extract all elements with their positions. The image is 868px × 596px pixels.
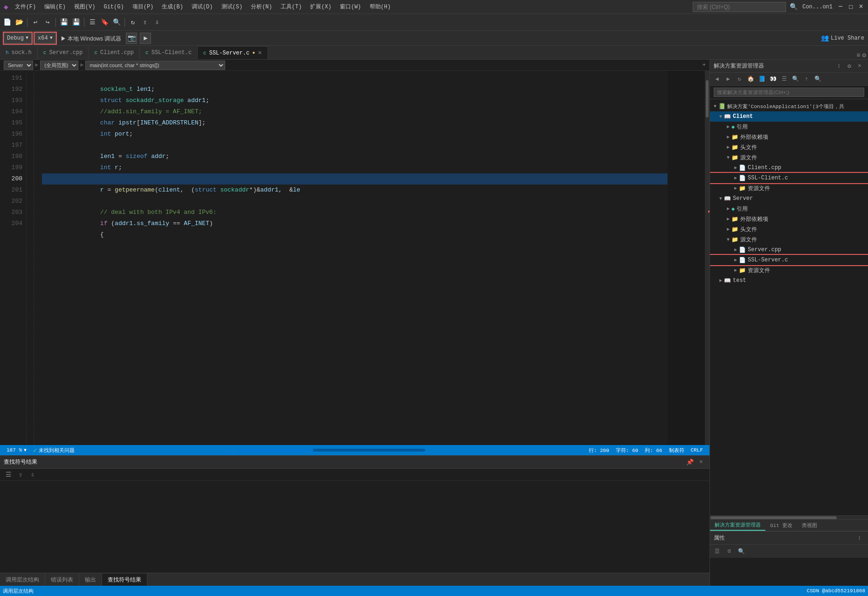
menu-debug[interactable]: 调试(D): [188, 1, 217, 13]
status-encoding[interactable]: CRLF: [688, 447, 706, 453]
status-line[interactable]: 行: 200: [586, 447, 612, 454]
bottom-tab-find-symbol[interactable]: 查找符号结果: [102, 574, 147, 586]
rt-btn-expand-all[interactable]: ☰: [779, 74, 789, 84]
tree-server-project[interactable]: ▼ 📖 Server: [710, 193, 868, 204]
bp-toolbar-btn3[interactable]: ⇩: [28, 470, 37, 480]
rt-btn-forward[interactable]: ▶: [723, 74, 733, 84]
rbt-tab-class[interactable]: 类视图: [797, 520, 822, 531]
debug-extra-btn1[interactable]: 📷: [126, 33, 137, 44]
tree-client-ext-deps[interactable]: ► 📁 外部依赖项: [710, 132, 868, 142]
status-char[interactable]: 字符: 60: [613, 447, 641, 454]
menu-help[interactable]: 帮助(H): [366, 1, 395, 13]
scope-all-selector[interactable]: (全局范围): [40, 61, 78, 70]
git-push-button[interactable]: ⇧: [140, 17, 150, 27]
menu-search-input[interactable]: [693, 2, 786, 12]
menu-project[interactable]: 项目(P): [129, 1, 158, 13]
right-search-input[interactable]: [714, 88, 864, 97]
menu-edit[interactable]: 编辑(E): [41, 1, 69, 13]
bottom-tab-call-hierarchy[interactable]: 调用层次结构: [0, 574, 45, 586]
code-content[interactable]: socklen_t len1; struct sockaddr_storage …: [34, 71, 668, 445]
status-problems[interactable]: ✓ 未找到相关问题: [30, 446, 77, 454]
bp-toolbar-btn2[interactable]: ⇧: [16, 470, 25, 480]
tab-overflow-icon[interactable]: ≡: [856, 52, 860, 59]
tab-server-cpp[interactable]: c Server.cpp: [38, 46, 89, 59]
debug-config-dropdown[interactable]: Debug ▼: [4, 33, 32, 44]
scope-add-btn[interactable]: +: [703, 62, 706, 69]
tree-ssl-client-c[interactable]: ► 📄 SSL-Client.c: [710, 173, 868, 183]
tree-server-cpp[interactable]: ► 📄 Server.cpp: [710, 245, 868, 255]
redo-button[interactable]: ↪: [42, 17, 53, 27]
tree-test-project[interactable]: ► 📖 test: [710, 275, 868, 286]
rt-btn-back[interactable]: ◀: [712, 74, 722, 84]
bookmark-button[interactable]: 🔖: [99, 17, 110, 27]
props-pin-btn[interactable]: ↕: [855, 534, 864, 543]
tree-client-refs[interactable]: ► ◆ 引用: [710, 122, 868, 132]
menu-analyze[interactable]: 分析(N): [247, 1, 276, 13]
props-alpha-btn[interactable]: α: [724, 546, 734, 556]
rp-settings-btn[interactable]: ⚙: [845, 62, 854, 71]
git-button[interactable]: ↻: [128, 17, 138, 27]
tree-solution-root[interactable]: ▼ 📗 解决方案'ConsoleApplication1'(3个项目，共: [710, 101, 868, 111]
tab-sock-h[interactable]: h sock.h: [0, 46, 38, 59]
tree-client-project[interactable]: ▼ 📖 Client: [710, 111, 868, 122]
tree-server-ext-deps[interactable]: ► 📁 外部依赖项: [710, 214, 868, 224]
rt-btn-search[interactable]: 🔍: [813, 74, 823, 84]
live-share-label[interactable]: Live Share: [831, 35, 864, 41]
bottom-tab-error-list[interactable]: 错误列表: [45, 574, 79, 586]
rp-close-btn[interactable]: ×: [855, 62, 864, 71]
tree-server-source[interactable]: ▼ 📁 源文件: [710, 234, 868, 245]
rt-btn-sync[interactable]: ↻: [734, 74, 744, 84]
right-panel-hscroll[interactable]: [710, 515, 868, 519]
menu-view[interactable]: 视图(V): [70, 1, 99, 13]
status-hscroll[interactable]: [239, 449, 425, 452]
git-pull-button[interactable]: ⇩: [152, 17, 162, 27]
status-zoom[interactable]: 187 % ▼: [4, 447, 29, 453]
menu-window[interactable]: 窗口(W): [336, 1, 365, 13]
tab-client-cpp[interactable]: c Client.cpp: [89, 46, 140, 59]
debug-extra-btn2[interactable]: ▶: [140, 33, 151, 44]
bottom-panel-close-btn[interactable]: ×: [696, 458, 706, 467]
new-file-button[interactable]: 📄: [2, 17, 12, 27]
tree-client-cpp[interactable]: ► 📄 Client.cpp: [710, 163, 868, 173]
rt-btn-home[interactable]: 🏠: [745, 74, 756, 84]
tree-client-resources[interactable]: ► 📁 资源文件: [710, 183, 868, 193]
menu-test[interactable]: 测试(S): [218, 1, 247, 13]
menu-build[interactable]: 生成(B): [158, 1, 187, 13]
format-button[interactable]: ☰: [87, 17, 97, 27]
minimize-button[interactable]: −: [837, 4, 844, 10]
bottom-tab-output[interactable]: 输出: [79, 574, 102, 586]
final-status-left[interactable]: 调用层次结构: [0, 588, 36, 595]
menu-extensions[interactable]: 扩展(X): [306, 1, 335, 13]
save-button[interactable]: 💾: [59, 17, 69, 27]
maximize-button[interactable]: ☐: [847, 4, 854, 10]
menu-file[interactable]: 文件(F): [11, 1, 40, 13]
tab-ssl-client-c[interactable]: c SSL-Client.c: [140, 46, 198, 59]
editor-scrollbar-thumb[interactable]: [706, 80, 709, 117]
tree-server-refs[interactable]: ► ◆ 引用: [710, 204, 868, 214]
undo-button[interactable]: ↩: [30, 17, 41, 27]
debug-arch-dropdown[interactable]: x64 ▼: [34, 33, 56, 44]
tree-server-resources[interactable]: ► 📁 资源文件: [710, 265, 868, 275]
tree-client-source[interactable]: ▼ 📁 源文件: [710, 152, 868, 163]
bp-toolbar-btn1[interactable]: ☰: [4, 470, 13, 480]
scope-selector[interactable]: Server: [4, 61, 33, 70]
debug-run-button[interactable]: ▶ 本地 Windows 调试器: [59, 33, 124, 43]
rt-btn-view-in-editor[interactable]: 👀: [768, 74, 778, 84]
rbt-tab-solution[interactable]: 解决方案资源管理器: [710, 520, 765, 531]
tree-client-headers[interactable]: ► 📁 头文件: [710, 142, 868, 152]
rbt-tab-git[interactable]: Git 更改: [765, 520, 797, 531]
bottom-panel-pin-btn[interactable]: 📌: [685, 458, 695, 467]
tree-ssl-server-c[interactable]: ► 📄 SSL-Server.c: [710, 255, 868, 265]
status-format[interactable]: 制表符: [666, 447, 687, 454]
open-button[interactable]: 📂: [14, 17, 24, 27]
find-button[interactable]: 🔍: [111, 17, 122, 27]
tab-ssl-server-c-close[interactable]: ×: [258, 50, 262, 56]
menu-git[interactable]: Git(G): [100, 2, 127, 12]
props-search-btn[interactable]: 🔍: [736, 546, 746, 556]
menu-tools[interactable]: 工具(T): [277, 1, 306, 13]
tree-server-headers[interactable]: ► 📁 头文件: [710, 224, 868, 234]
rp-pin-btn[interactable]: ↕: [834, 62, 844, 71]
tab-ssl-server-c[interactable]: c SSL-Server.c ● ×: [198, 46, 268, 59]
props-categories-btn[interactable]: ☰: [712, 546, 722, 556]
rt-btn-collapse[interactable]: ⇡: [801, 74, 812, 84]
